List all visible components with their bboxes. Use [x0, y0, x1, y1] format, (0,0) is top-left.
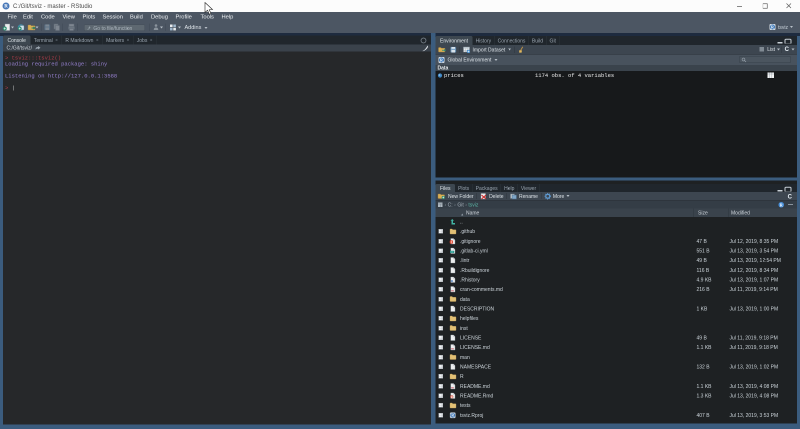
- svg-text:R: R: [440, 57, 443, 62]
- svg-text:R: R: [451, 414, 454, 418]
- svg-text:R: R: [780, 202, 783, 207]
- svg-text:m: m: [451, 347, 454, 351]
- svg-text:m: m: [451, 386, 454, 390]
- svg-text:m: m: [451, 289, 454, 293]
- svg-text:R: R: [771, 25, 774, 30]
